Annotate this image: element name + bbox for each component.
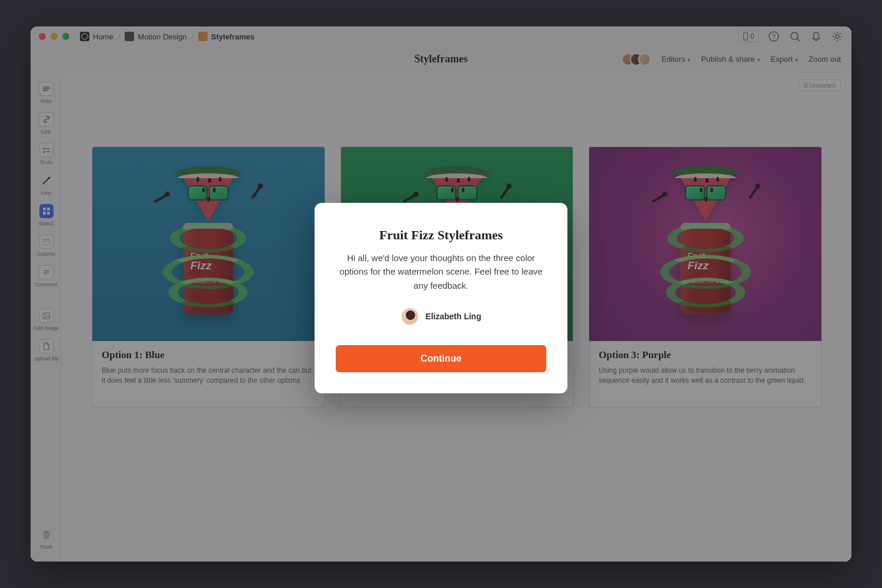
author-avatar	[401, 308, 419, 325]
author-name: Elizabeth Ling	[426, 312, 482, 321]
modal-title: Fruit Fizz Styleframes	[336, 228, 546, 243]
continue-button[interactable]: Continue	[336, 345, 546, 372]
welcome-modal: Fruit Fizz Styleframes Hi all, we'd love…	[315, 203, 567, 393]
modal-author: Elizabeth Ling	[336, 308, 546, 325]
modal-body: Hi all, we'd love your thoughts on the t…	[336, 251, 546, 292]
app-window: Home / Motion Design / Styleframes 0 ?	[31, 26, 851, 562]
